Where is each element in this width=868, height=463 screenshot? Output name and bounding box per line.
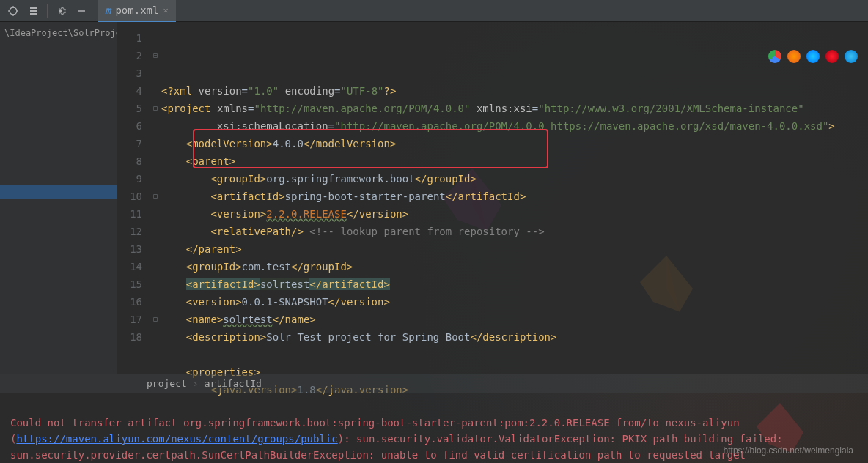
editor-tab[interactable]: m pom.xml ✕ <box>98 0 176 22</box>
error-link[interactable]: https://maven.aliyun.com/nexus/content/g… <box>16 433 337 445</box>
close-icon[interactable]: ✕ <box>163 5 168 15</box>
target-icon[interactable] <box>4 2 22 20</box>
ie-icon[interactable] <box>845 50 858 63</box>
sidebar-selected-row[interactable] <box>0 185 117 199</box>
code-editor[interactable]: 123456789101112131415161718 ⊟⊟⊟⊟ <?xml v… <box>117 22 868 374</box>
watermark: https://blog.csdn.net/weimenglala <box>724 445 853 456</box>
svg-rect-10 <box>30 7 37 9</box>
chevron-right-icon: › <box>193 378 199 389</box>
svg-rect-12 <box>30 13 37 15</box>
project-sidebar[interactable]: \IdeaProject\SolrProject <box>0 22 117 374</box>
minimize-icon[interactable] <box>73 2 90 20</box>
code-line[interactable]: </parent> <box>161 240 868 258</box>
firefox-icon[interactable] <box>787 50 801 63</box>
fold-gutter[interactable]: ⊟⊟⊟⊟ <box>150 22 161 374</box>
line-gutter: 123456789101112131415161718 <box>117 22 150 374</box>
tab-filename: pom.xml <box>115 4 158 16</box>
top-toolbar: m pom.xml ✕ <box>0 0 868 22</box>
code-line[interactable]: xsi:schemaLocation="http://maven.apache.… <box>161 117 868 135</box>
breadcrumb-item[interactable]: artifactId <box>205 378 262 389</box>
breadcrumb-bar: project › artifactId <box>0 374 868 393</box>
code-line[interactable]: <artifactId>solrtest</artifactId> <box>161 275 868 293</box>
code-line[interactable]: <relativePath/> <!-- lookup parent from … <box>161 223 868 240</box>
code-line[interactable]: <description>Solr Test project for Sprin… <box>161 328 868 346</box>
code-line[interactable]: <modelVersion>4.0.0</modelVersion> <box>161 135 868 152</box>
code-line[interactable]: <version>0.0.1-SNAPSHOT</version> <box>161 293 868 311</box>
code-line[interactable]: <?xml version="1.0" encoding="UTF-8"?> <box>161 82 868 100</box>
code-line[interactable]: <groupId>com.test</groupId> <box>161 258 868 275</box>
code-line[interactable]: <project xmlns="http://maven.apache.org/… <box>161 100 868 117</box>
chrome-icon[interactable] <box>768 50 781 63</box>
code-area[interactable]: <?xml version="1.0" encoding="UTF-8"?><p… <box>161 22 868 374</box>
code-line[interactable]: <name>solrtest</name> <box>161 311 868 328</box>
opera-icon[interactable] <box>825 50 839 63</box>
maven-icon: m <box>105 4 111 16</box>
breadcrumb-item[interactable]: project <box>147 378 187 389</box>
gear-icon[interactable] <box>52 2 70 20</box>
svg-point-5 <box>10 7 17 15</box>
code-line[interactable]: <groupId>org.springframework.boot</group… <box>161 170 868 188</box>
project-path: \IdeaProject\SolrProject <box>4 28 112 38</box>
svg-rect-11 <box>30 10 37 12</box>
code-line[interactable]: <parent> <box>161 152 868 170</box>
code-line[interactable]: <version>2.2.0.RELEASE</version> <box>161 205 868 223</box>
safari-icon[interactable] <box>806 50 820 63</box>
code-line[interactable] <box>161 346 868 363</box>
expand-all-icon[interactable] <box>25 2 43 20</box>
browser-icons-overlay <box>768 50 858 63</box>
code-line[interactable]: <artifactId>spring-boot-starter-parent</… <box>161 188 868 205</box>
